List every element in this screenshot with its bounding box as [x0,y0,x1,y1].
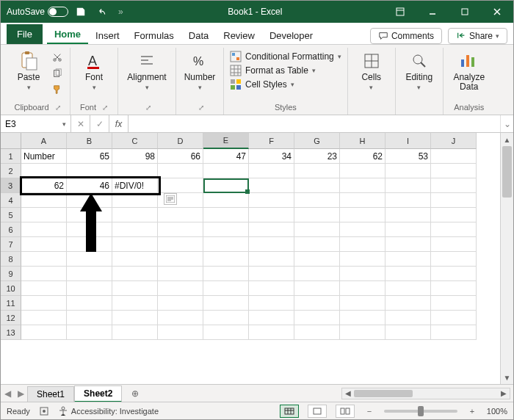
cell-C7[interactable] [112,237,158,252]
row-header-1[interactable]: 1 [1,149,21,164]
sheet-tab-sheet1[interactable]: Sheet1 [27,386,74,402]
cell-G2[interactable] [294,164,340,178]
cell-A6[interactable] [21,222,67,237]
column-header-H[interactable]: H [340,133,386,149]
tab-insert[interactable]: Insert [88,26,127,44]
cell-F8[interactable] [249,252,294,267]
cell-G8[interactable] [294,252,340,267]
cell-G9[interactable] [294,267,340,281]
insert-function-icon[interactable]: fx [109,115,128,132]
cell-I6[interactable] [386,222,431,237]
cell-C3[interactable]: #DIV/0! [112,178,158,193]
cell-B8[interactable] [67,252,112,267]
cell-H8[interactable] [340,252,386,267]
cell-D5[interactable] [158,208,203,222]
paste-button[interactable]: Paste ▾ [11,49,46,91]
conditional-formatting-button[interactable]: Conditional Formatting▾ [230,51,341,62]
cell-B5[interactable] [67,208,112,222]
cell-A10[interactable] [21,281,67,296]
cell-E2[interactable] [203,164,249,178]
column-header-C[interactable]: C [112,133,158,149]
row-header-4[interactable]: 4 [1,193,21,208]
cell-D7[interactable] [158,237,203,252]
cell-J2[interactable] [431,164,477,178]
cancel-formula-icon[interactable]: ✕ [71,115,90,132]
scroll-right-icon[interactable]: ▶ [498,389,510,397]
cell-F9[interactable] [249,267,294,281]
tab-review[interactable]: Review [216,26,262,44]
clipboard-launcher-icon[interactable]: ⤢ [55,104,61,112]
cell-G7[interactable] [294,237,340,252]
cell-E11[interactable] [203,296,249,311]
sheet-tab-sheet2[interactable]: Sheet2 [74,385,122,402]
cell-I11[interactable] [386,296,431,311]
maximize-button[interactable] [449,1,481,23]
cells-button[interactable]: Cells ▾ [354,49,389,91]
cell-A3[interactable]: 62 [21,178,67,193]
row-header-2[interactable]: 2 [1,164,21,178]
cell-C11[interactable] [112,296,158,311]
cell-B12[interactable] [67,311,112,325]
cell-A11[interactable] [21,296,67,311]
cell-C4[interactable] [112,193,158,208]
cell-J3[interactable] [431,178,477,193]
cell-E10[interactable] [203,281,249,296]
cell-J13[interactable] [431,325,477,340]
cell-I4[interactable] [386,193,431,208]
cell-A5[interactable] [21,208,67,222]
cell-C2[interactable] [112,164,158,178]
macro-record-icon[interactable] [39,406,49,416]
cell-G1[interactable]: 23 [294,149,340,164]
cell-D3[interactable] [158,178,203,193]
cell-F12[interactable] [249,311,294,325]
column-header-E[interactable]: E [203,133,249,149]
name-box-dropdown-icon[interactable]: ▾ [62,120,66,128]
cell-B6[interactable] [67,222,112,237]
cell-B2[interactable] [67,164,112,178]
cell-E4[interactable] [203,193,249,208]
page-layout-view-icon[interactable] [308,405,327,418]
cell-E12[interactable] [203,311,249,325]
cell-E7[interactable] [203,237,249,252]
cell-I13[interactable] [386,325,431,340]
share-button[interactable]: Share ▾ [448,28,507,44]
row-header-6[interactable]: 6 [1,222,21,237]
analyze-data-button[interactable]: Analyze Data [449,49,489,92]
cell-H4[interactable] [340,193,386,208]
tab-file[interactable]: File [7,24,43,44]
cell-G12[interactable] [294,311,340,325]
cell-B1[interactable]: 65 [67,149,112,164]
page-break-view-icon[interactable] [336,405,355,418]
cell-F4[interactable] [249,193,294,208]
cell-B3[interactable]: 46 [67,178,112,193]
cell-J12[interactable] [431,311,477,325]
scroll-down-icon[interactable]: ▼ [501,371,513,384]
select-all-button[interactable] [1,133,21,149]
tab-scroll-right-icon[interactable]: ▶ [14,385,27,402]
ribbon-display-options-icon[interactable] [384,1,416,23]
scroll-thumb-vertical[interactable] [502,146,512,198]
cell-J7[interactable] [431,237,477,252]
cell-J6[interactable] [431,222,477,237]
cell-H2[interactable] [340,164,386,178]
scroll-up-icon[interactable]: ▲ [501,133,513,146]
cell-D9[interactable] [158,267,203,281]
cell-C9[interactable] [112,267,158,281]
cell-A7[interactable] [21,237,67,252]
autosave-toggle[interactable]: AutoSave [7,7,68,17]
cell-G5[interactable] [294,208,340,222]
cell-E6[interactable] [203,222,249,237]
cell-J10[interactable] [431,281,477,296]
cell-H12[interactable] [340,311,386,325]
row-header-7[interactable]: 7 [1,237,21,252]
cell-B10[interactable] [67,281,112,296]
cell-E5[interactable] [203,208,249,222]
cell-F11[interactable] [249,296,294,311]
column-header-J[interactable]: J [431,133,477,149]
column-header-F[interactable]: F [249,133,294,149]
accessibility-status[interactable]: Accessibility: Investigate [58,406,159,416]
tab-data[interactable]: Data [181,26,216,44]
cell-A12[interactable] [21,311,67,325]
cut-icon[interactable] [51,51,64,64]
cell-B7[interactable] [67,237,112,252]
